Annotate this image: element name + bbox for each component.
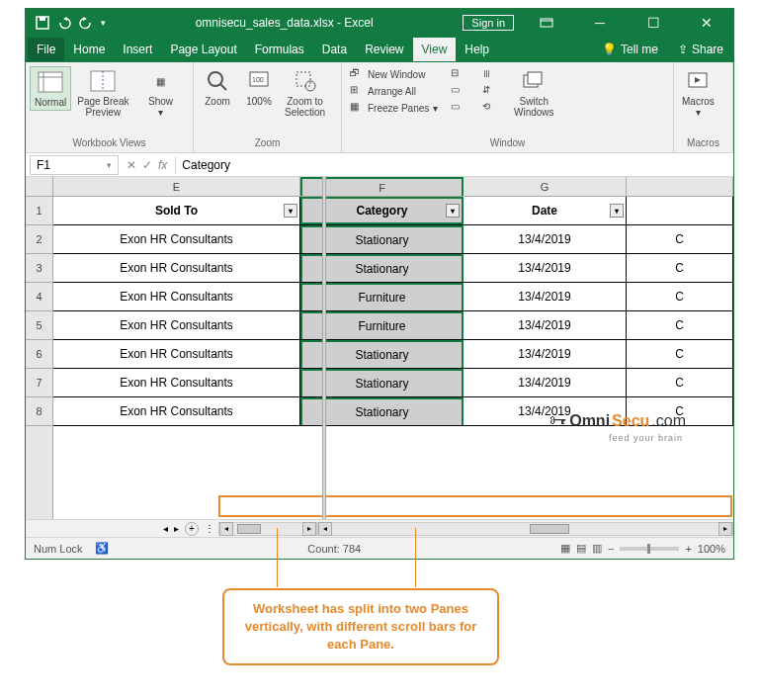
zoom-in-icon[interactable]: + [685,543,691,555]
cell[interactable]: C [627,369,733,396]
filter-icon[interactable]: ▾ [610,204,624,218]
normal-view-button[interactable]: Normal [30,66,71,111]
tab-home[interactable]: Home [64,38,114,61]
header-next[interactable] [627,197,733,224]
sheet-nav-first-icon[interactable]: ◂ [163,523,168,534]
row-header[interactable]: 6 [26,340,52,369]
header-date[interactable]: Date▾ [464,197,627,224]
sheet-nav-last-icon[interactable]: ▸ [174,523,179,534]
new-window-button[interactable]: 🗗New Window [346,66,445,82]
reset-pos-button[interactable]: ⟲ [478,100,508,116]
scroll-thumb[interactable] [530,524,569,534]
header-sold-to[interactable]: Sold To▾ [53,197,300,224]
cell[interactable]: 13/4/2019 [464,283,627,310]
tab-help[interactable]: Help [456,38,498,61]
scroll-right-icon[interactable]: ▸ [718,522,732,536]
tab-view[interactable]: View [413,38,457,61]
tab-formulas[interactable]: Formulas [246,38,313,61]
minimize-icon[interactable]: ─ [579,9,621,37]
scroll-left-icon[interactable]: ◂ [318,522,332,536]
tab-insert[interactable]: Insert [114,38,161,61]
signin-button[interactable]: Sign in [463,15,514,31]
scrollbar-left-pane[interactable]: ◂ ▸ [218,522,317,536]
accessibility-icon[interactable]: ♿ [95,542,109,555]
row-header[interactable]: 5 [26,311,52,340]
save-icon[interactable] [36,16,49,30]
zoom-100-button[interactable]: 100 100% [239,66,279,109]
zoom-slider[interactable] [620,547,679,551]
view-side-button[interactable]: ⫼ [478,66,508,82]
tellme-button[interactable]: Tell me [621,43,658,56]
name-box[interactable]: F1 ▾ [30,155,119,175]
view-layout-icon[interactable]: ▤ [576,542,586,555]
zoom-to-selection-button[interactable]: Zoom to Selection [281,66,329,120]
cell[interactable]: Exon HR Consultants [53,340,300,368]
zoom-button[interactable]: Zoom [198,66,237,109]
cell[interactable]: 13/4/2019 [464,340,627,368]
maximize-icon[interactable]: ☐ [633,9,674,37]
share-button[interactable]: Share [692,43,723,56]
show-dropdown[interactable]: ▦ Show▾ [141,66,181,120]
cancel-formula-icon[interactable]: ✕ [127,158,136,172]
row-header[interactable]: 4 [26,283,52,311]
cell[interactable]: C [627,254,733,282]
vertical-split-bar[interactable] [322,177,326,519]
tab-data[interactable]: Data [313,38,356,61]
scroll-thumb[interactable] [237,524,261,534]
cell[interactable]: 13/4/2019 [464,225,627,253]
cell[interactable]: 13/4/2019 [464,369,627,396]
redo-icon[interactable] [79,16,93,30]
scrollbar-right-pane[interactable]: ◂ ▸ [317,522,733,536]
arrange-all-button[interactable]: ⊞Arrange All [346,83,445,99]
zoom-percent[interactable]: 100% [698,543,725,555]
cell[interactable]: 13/4/2019 [464,254,627,282]
fx-icon[interactable]: fx [158,158,167,172]
scroll-right-icon[interactable]: ▸ [302,522,316,536]
select-all-corner[interactable] [26,177,52,197]
undo-icon[interactable] [57,16,71,30]
sync-scroll-button[interactable]: ⇵ [478,83,508,99]
cell[interactable]: Exon HR Consultants [53,311,300,339]
cell[interactable]: C [627,225,733,253]
formula-input[interactable]: Category [175,156,733,174]
view-break-icon[interactable]: ▥ [592,542,602,555]
row-header[interactable]: 1 [26,197,52,225]
name-box-dropdown-icon[interactable]: ▾ [107,160,112,170]
macros-button[interactable]: Macros▾ [678,66,718,120]
close-icon[interactable]: ✕ [686,9,727,37]
scroll-left-icon[interactable]: ◂ [219,522,233,536]
add-sheet-icon[interactable]: + [185,522,199,536]
cell[interactable]: C [627,283,733,310]
ribbon-display-icon[interactable] [526,9,567,37]
cell[interactable]: Exon HR Consultants [53,397,300,425]
unhide-button[interactable]: ▭ [447,100,476,116]
cell[interactable]: C [627,340,733,368]
cell[interactable]: Exon HR Consultants [53,369,300,396]
col-header-next[interactable] [627,177,733,196]
row-header[interactable]: 3 [26,254,52,283]
sheet-splitter[interactable]: ⋮ [205,523,214,534]
cell[interactable]: C [627,311,733,339]
filter-icon[interactable]: ▾ [284,204,297,218]
cell[interactable]: 13/4/2019 [464,311,627,339]
tab-file[interactable]: File [28,38,64,61]
row-header[interactable]: 8 [26,397,52,426]
hide-button[interactable]: ▭ [447,83,476,99]
cell[interactable]: Exon HR Consultants [53,254,300,282]
confirm-formula-icon[interactable]: ✓ [142,158,152,172]
cell[interactable]: Exon HR Consultants [53,225,300,253]
row-header[interactable]: 7 [26,369,52,397]
cell[interactable]: Exon HR Consultants [53,283,300,310]
switch-windows-button[interactable]: Switch Windows [510,66,558,120]
freeze-panes-button[interactable]: ▦Freeze Panes ▾ [346,100,445,116]
tab-review[interactable]: Review [356,38,412,61]
zoom-out-icon[interactable]: − [608,543,614,555]
pagebreak-preview-button[interactable]: Page Break Preview [73,66,132,120]
col-header-e[interactable]: E [53,177,300,196]
view-normal-icon[interactable]: ▦ [560,542,570,555]
split-button[interactable]: ⊟ [447,66,476,82]
filter-icon[interactable]: ▾ [446,204,460,218]
tab-pagelayout[interactable]: Page Layout [161,38,245,61]
col-header-g[interactable]: G [464,177,627,196]
row-header[interactable]: 2 [26,225,52,254]
